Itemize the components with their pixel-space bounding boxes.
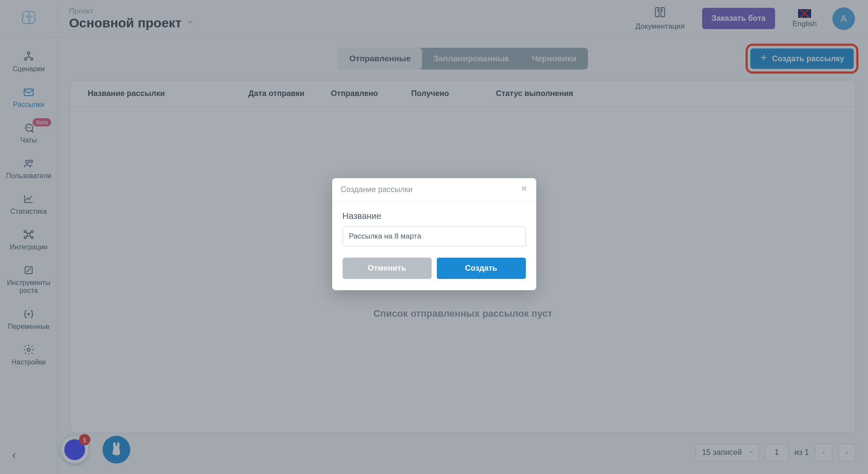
modal-overlay[interactable]: Создание рассылки Название Отменить Созд… bbox=[0, 0, 868, 474]
modal-close-button[interactable] bbox=[521, 185, 528, 194]
modal-body: Название Отменить Создать bbox=[332, 202, 536, 290]
create-mailing-modal: Создание рассылки Название Отменить Созд… bbox=[332, 178, 536, 290]
close-icon bbox=[521, 185, 528, 194]
cancel-button[interactable]: Отменить bbox=[343, 258, 432, 279]
mailing-name-input[interactable] bbox=[343, 226, 526, 246]
create-button[interactable]: Создать bbox=[437, 258, 526, 279]
modal-actions: Отменить Создать bbox=[343, 258, 526, 279]
modal-title: Создание рассылки bbox=[341, 185, 413, 194]
modal-header: Создание рассылки bbox=[332, 178, 536, 202]
name-field-label: Название bbox=[343, 211, 526, 221]
